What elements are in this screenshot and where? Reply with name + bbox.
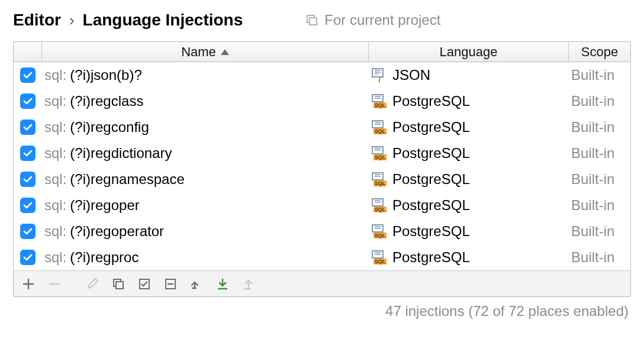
table-body: sql: (?i)json(b)? { } JSON Built-in sql:… xyxy=(14,62,630,270)
col-name[interactable]: Name xyxy=(42,42,369,62)
svg-text:SQL: SQL xyxy=(375,102,386,108)
row-language: PostgreSQL xyxy=(392,223,470,240)
export-button[interactable] xyxy=(211,273,234,295)
table-row[interactable]: sql: (?i)regproc SQL PostgreSQL Built-in xyxy=(14,244,630,270)
row-name-pattern: (?i)regdictionary xyxy=(70,145,172,162)
enable-all-button[interactable] xyxy=(133,273,156,295)
lang-icon: SQL xyxy=(371,120,387,135)
row-name-prefix: sql: xyxy=(44,145,66,162)
row-scope: Built-in xyxy=(571,171,614,188)
col-scope[interactable]: Scope xyxy=(569,42,630,62)
row-scope: Built-in xyxy=(571,67,614,83)
row-name-pattern: (?i)regoperator xyxy=(70,223,164,240)
remove-button[interactable] xyxy=(43,273,66,295)
table-row[interactable]: sql: (?i)regdictionary SQL PostgreSQL Bu… xyxy=(14,140,630,166)
row-scope: Built-in xyxy=(571,223,614,240)
svg-rect-2 xyxy=(372,69,383,77)
row-name-pattern: (?i)json(b)? xyxy=(70,67,141,83)
row-language: PostgreSQL xyxy=(392,171,470,188)
row-checkbox[interactable] xyxy=(20,93,36,109)
add-button[interactable] xyxy=(17,273,40,295)
row-name-pattern: (?i)regconfig xyxy=(70,119,149,135)
row-scope: Built-in xyxy=(571,145,614,162)
table-row[interactable]: sql: (?i)regclass SQL PostgreSQL Built-i… xyxy=(14,88,630,114)
row-language: PostgreSQL xyxy=(392,119,470,135)
lang-icon: SQL xyxy=(371,146,387,161)
lang-icon: SQL xyxy=(371,198,387,213)
row-name-prefix: sql: xyxy=(44,67,66,83)
import-button[interactable] xyxy=(185,273,208,295)
table-header: Name Language Scope xyxy=(14,42,630,62)
row-name-pattern: (?i)regoper xyxy=(70,197,139,214)
lang-icon: SQL xyxy=(371,224,387,239)
row-name-prefix: sql: xyxy=(44,223,66,240)
row-name-prefix: sql: xyxy=(44,197,66,214)
table-toolbar xyxy=(14,270,630,296)
row-checkbox[interactable] xyxy=(20,198,36,213)
svg-text:SQL: SQL xyxy=(375,233,386,238)
table-row[interactable]: sql: (?i)regnamespace SQL PostgreSQL Bui… xyxy=(14,166,630,192)
row-scope: Built-in xyxy=(571,197,614,214)
row-name-prefix: sql: xyxy=(44,93,66,109)
col-name-label: Name xyxy=(181,44,216,60)
col-checkbox[interactable] xyxy=(14,42,42,62)
row-scope: Built-in xyxy=(571,119,614,135)
lang-icon: { } xyxy=(371,67,387,83)
svg-rect-26 xyxy=(116,282,123,289)
project-hint-label: For current project xyxy=(324,12,440,28)
row-name-pattern: (?i)regproc xyxy=(70,249,139,266)
row-language: PostgreSQL xyxy=(392,197,470,214)
row-language: PostgreSQL xyxy=(392,249,470,266)
row-scope: Built-in xyxy=(571,249,614,266)
row-name-prefix: sql: xyxy=(44,171,66,188)
svg-text:{ }: { } xyxy=(378,76,387,83)
row-name-pattern: (?i)regnamespace xyxy=(70,171,184,188)
row-checkbox[interactable] xyxy=(20,172,36,187)
row-name-pattern: (?i)regclass xyxy=(70,93,143,109)
svg-text:SQL: SQL xyxy=(375,128,386,134)
table-row[interactable]: sql: (?i)regconfig SQL PostgreSQL Built-… xyxy=(14,114,630,140)
row-name-prefix: sql: xyxy=(44,119,66,135)
duplicate-button[interactable] xyxy=(107,273,130,295)
svg-text:SQL: SQL xyxy=(375,180,386,186)
row-scope: Built-in xyxy=(571,93,614,109)
injections-table: Name Language Scope sql: (?i)json(b)? { … xyxy=(13,41,631,297)
disable-all-button[interactable] xyxy=(159,273,182,295)
lang-icon: SQL xyxy=(371,250,387,265)
share-button[interactable] xyxy=(237,273,260,295)
row-checkbox[interactable] xyxy=(20,67,36,83)
lang-icon: SQL xyxy=(371,93,387,109)
breadcrumb-sep: › xyxy=(69,11,75,30)
row-name-prefix: sql: xyxy=(44,249,66,266)
row-checkbox[interactable] xyxy=(20,146,36,161)
row-checkbox[interactable] xyxy=(20,224,36,239)
edit-button[interactable] xyxy=(81,273,104,295)
breadcrumb-root[interactable]: Editor xyxy=(13,11,61,30)
sort-asc-icon xyxy=(221,49,229,55)
svg-rect-1 xyxy=(310,18,317,25)
project-hint: For current project xyxy=(305,12,440,28)
lang-icon: SQL xyxy=(371,172,387,187)
row-checkbox[interactable] xyxy=(20,120,36,135)
table-row[interactable]: sql: (?i)regoperator SQL PostgreSQL Buil… xyxy=(14,218,630,244)
row-checkbox[interactable] xyxy=(20,250,36,265)
table-row[interactable]: sql: (?i)json(b)? { } JSON Built-in xyxy=(14,62,630,88)
status-label: 47 injections (72 of 72 places enabled) xyxy=(13,297,631,320)
svg-text:SQL: SQL xyxy=(375,207,386,212)
col-language-label: Language xyxy=(440,44,498,60)
svg-text:SQL: SQL xyxy=(375,259,386,264)
row-language: JSON xyxy=(392,67,430,83)
col-scope-label: Scope xyxy=(581,44,618,60)
table-row[interactable]: sql: (?i)regoper SQL PostgreSQL Built-in xyxy=(14,192,630,218)
svg-text:SQL: SQL xyxy=(375,154,386,160)
breadcrumb-leaf: Language Injections xyxy=(83,11,243,30)
row-language: PostgreSQL xyxy=(392,93,470,109)
col-language[interactable]: Language xyxy=(369,42,569,62)
copy-icon xyxy=(305,14,318,27)
row-language: PostgreSQL xyxy=(392,145,470,162)
breadcrumb: Editor › Language Injections xyxy=(13,11,243,30)
